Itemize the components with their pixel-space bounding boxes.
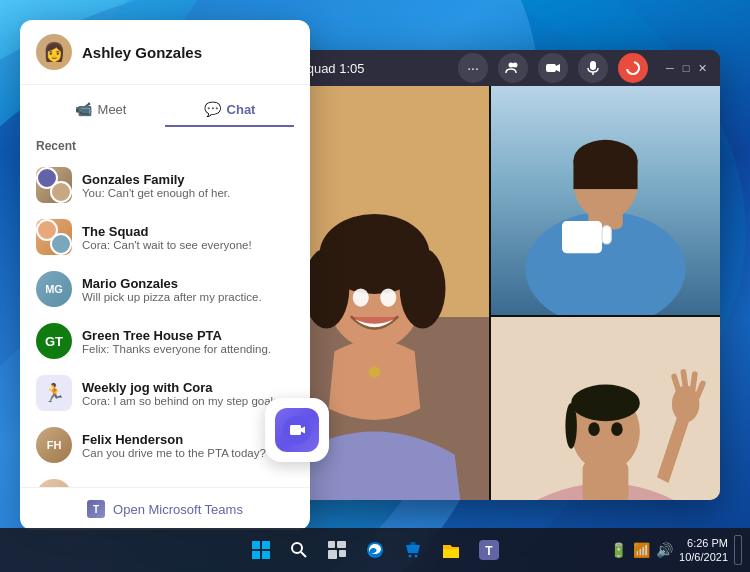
system-clock[interactable]: 6:26 PM 10/6/2021 (679, 536, 728, 565)
avatar: GT (36, 323, 72, 359)
open-teams-label: Open Microsoft Teams (113, 502, 243, 517)
svg-point-37 (611, 422, 622, 436)
more-options-button[interactable]: ··· (458, 53, 488, 83)
svg-rect-7 (590, 61, 596, 70)
svg-point-36 (588, 422, 599, 436)
close-button[interactable]: ✕ (696, 62, 708, 74)
chat-info: Mario Gonzales Will pick up pizza after … (82, 276, 294, 303)
show-desktop-button[interactable] (734, 535, 742, 565)
svg-rect-15 (562, 221, 602, 253)
svg-rect-5 (546, 64, 556, 72)
svg-text:T: T (485, 544, 493, 558)
svg-rect-40 (262, 541, 270, 549)
maximize-button[interactable]: □ (680, 62, 692, 74)
svg-point-23 (353, 288, 369, 306)
svg-line-29 (683, 372, 685, 388)
svg-rect-46 (337, 541, 346, 548)
date-display: 10/6/2021 (679, 550, 728, 564)
chat-info: Weekly jog with Cora Cora: I am so behin… (82, 380, 294, 407)
chat-preview: Will pick up pizza after my practice. (82, 291, 294, 303)
participants-button[interactable] (498, 53, 528, 83)
recent-label: Recent (20, 127, 310, 159)
list-item[interactable]: AR Amber Rodriguez That is awesome! Love… (20, 471, 310, 487)
chat-tab-label: Chat (227, 102, 256, 117)
svg-rect-16 (602, 226, 611, 244)
taskbar-right: 🔋 📶 🔊 6:26 PM 10/6/2021 (610, 535, 742, 565)
tab-bar: 📹 Meet 💬 Chat (20, 85, 310, 127)
minimize-button[interactable]: ─ (664, 62, 676, 74)
svg-point-49 (409, 555, 412, 558)
chat-preview: Cora: Can't wait to see everyone! (82, 239, 294, 251)
video-cell-1 (491, 86, 720, 315)
chat-info: Green Tree House PTA Felix: Thanks every… (82, 328, 294, 355)
edge-icon[interactable] (359, 534, 391, 566)
volume-icon: 🔊 (656, 542, 673, 558)
avatar (36, 167, 72, 203)
camera-button[interactable] (538, 53, 568, 83)
tab-meet[interactable]: 📹 Meet (36, 93, 165, 127)
chat-name: The Squad (82, 224, 294, 239)
start-button[interactable] (245, 534, 277, 566)
call-controls: ··· (458, 53, 648, 83)
tab-chat[interactable]: 💬 Chat (165, 93, 294, 127)
battery-icon: 🔋 (610, 542, 627, 558)
svg-point-50 (415, 555, 418, 558)
video-cell-3 (491, 317, 720, 500)
svg-rect-42 (262, 551, 270, 559)
svg-rect-48 (339, 550, 346, 557)
video-call-window: The Squad 1:05 ··· (260, 50, 720, 500)
store-icon[interactable] (397, 534, 429, 566)
avatar (36, 219, 72, 255)
svg-marker-6 (556, 64, 560, 72)
avatar: 🏃 (36, 375, 72, 411)
chat-name: Mario Gonzales (82, 276, 294, 291)
wifi-icon: 📶 (633, 542, 650, 558)
chat-icon: 💬 (204, 101, 221, 117)
svg-point-35 (565, 403, 576, 449)
chat-name: Felix Henderson (82, 432, 294, 447)
svg-point-22 (400, 248, 446, 328)
user-name: Ashley Gonzales (82, 44, 202, 61)
svg-point-21 (304, 248, 350, 328)
task-view-button[interactable] (321, 534, 353, 566)
chat-header: 👩 Ashley Gonzales (20, 20, 310, 85)
search-taskbar-button[interactable] (283, 534, 315, 566)
open-teams-button[interactable]: T Open Microsoft Teams (20, 487, 310, 530)
avatar: AR (36, 479, 72, 487)
time-display: 6:26 PM (687, 536, 728, 550)
video-titlebar: The Squad 1:05 ··· (260, 50, 720, 86)
teams-logo-icon: T (87, 500, 105, 518)
chat-info: Gonzales Family You: Can't get enough of… (82, 172, 294, 199)
svg-rect-47 (328, 550, 337, 559)
user-avatar: 👩 (36, 34, 72, 70)
mic-button[interactable] (578, 53, 608, 83)
end-call-button[interactable] (618, 53, 648, 83)
teams-taskbar-icon[interactable]: T (473, 534, 505, 566)
svg-point-43 (292, 543, 302, 553)
zoom-float-button[interactable] (265, 398, 329, 462)
taskbar-center: T (245, 534, 505, 566)
taskbar: T 🔋 📶 🔊 6:26 PM 10/6/2021 (0, 528, 750, 572)
zoom-logo-icon (275, 408, 319, 452)
list-item[interactable]: MG Mario Gonzales Will pick up pizza aft… (20, 263, 310, 315)
svg-rect-14 (573, 160, 637, 189)
svg-line-44 (301, 552, 306, 557)
svg-point-24 (380, 288, 396, 306)
avatar: FH (36, 427, 72, 463)
svg-point-4 (513, 63, 518, 68)
titlebar-controls: ··· (458, 53, 708, 83)
list-item[interactable]: GT Green Tree House PTA Felix: Thanks ev… (20, 315, 310, 367)
svg-rect-45 (328, 541, 335, 548)
svg-rect-41 (252, 551, 260, 559)
list-item[interactable]: The Squad Cora: Can't wait to see everyo… (20, 211, 310, 263)
explorer-icon[interactable] (435, 534, 467, 566)
meet-tab-label: Meet (98, 102, 127, 117)
chat-preview: Can you drive me to the PTA today? (82, 447, 294, 459)
meet-icon: 📹 (75, 101, 92, 117)
svg-point-25 (369, 366, 380, 377)
chat-preview: Felix: Thanks everyone for attending. (82, 343, 294, 355)
chat-name: Gonzales Family (82, 172, 294, 187)
chat-name: Weekly jog with Cora (82, 380, 294, 395)
svg-rect-39 (252, 541, 260, 549)
list-item[interactable]: Gonzales Family You: Can't get enough of… (20, 159, 310, 211)
